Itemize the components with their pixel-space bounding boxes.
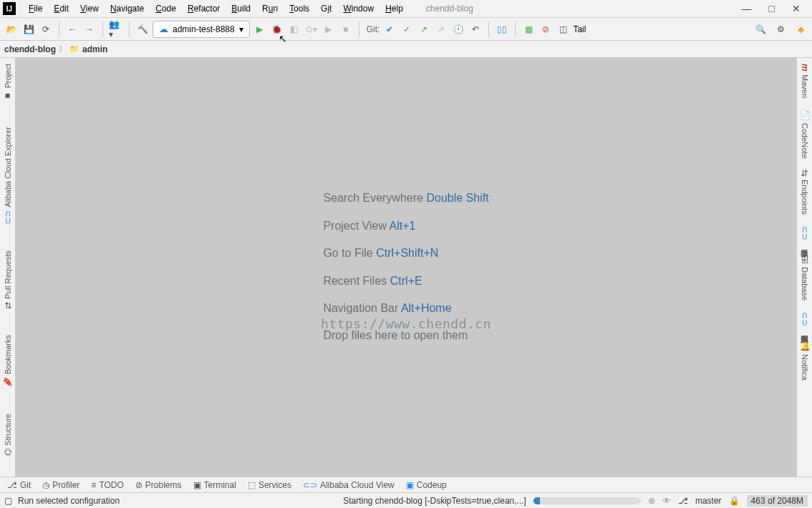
- tab-pull-requests[interactable]: ⇄Pull Requests: [1, 245, 14, 315]
- stop-icon[interactable]: ■: [339, 22, 353, 36]
- menu-edit[interactable]: Edit: [48, 2, 74, 15]
- tab-codenote[interactable]: 📄CodeNote: [798, 104, 811, 165]
- run-icon[interactable]: ▶: [253, 22, 267, 36]
- settings-icon[interactable]: ⚙: [773, 22, 788, 36]
- folder-icon: 📁: [69, 44, 79, 54]
- menu-window[interactable]: Window: [337, 2, 380, 15]
- vcs-pull-icon[interactable]: ↗: [434, 22, 448, 36]
- tab-profiler[interactable]: ◷Profiler: [42, 480, 79, 490]
- menu-refactor[interactable]: Refactor: [182, 2, 226, 15]
- menu-bar: IJ File Edit View Navigate Code Refactor…: [0, 0, 812, 18]
- tab-project[interactable]: ■Project: [1, 58, 14, 107]
- open-icon[interactable]: 📂: [4, 22, 19, 36]
- rollback-icon[interactable]: ↶: [468, 22, 483, 36]
- branch-icon[interactable]: ⎇: [678, 496, 688, 506]
- breadcrumb-root[interactable]: chendd-blog: [4, 44, 56, 54]
- status-hint: Run selected configuration: [18, 496, 120, 506]
- tail-icon[interactable]: ◫: [556, 22, 570, 36]
- menu-git[interactable]: Git: [315, 2, 337, 15]
- debug-icon[interactable]: 🐞: [270, 22, 284, 36]
- tab-alibaba-cloud-view[interactable]: ⊂⊃Alibaba Cloud View: [303, 480, 395, 490]
- tab-codeup[interactable]: ▣Codeup: [406, 480, 447, 490]
- hammer-icon[interactable]: 🔨: [135, 22, 150, 36]
- left-tool-strip: ■Project ⊂⊃Alibaba Cloud Explorer ⇄Pull …: [0, 58, 16, 477]
- tool1-icon[interactable]: ▯▯: [495, 22, 509, 36]
- tab-terminal[interactable]: ▣Terminal: [193, 480, 236, 490]
- menu-build[interactable]: Build: [226, 2, 256, 15]
- profile-icon[interactable]: ⊙▾: [304, 22, 319, 36]
- forward-icon[interactable]: →: [82, 22, 97, 36]
- vcs-commit-icon[interactable]: ✓: [400, 22, 414, 36]
- coverage-icon[interactable]: ◧: [287, 22, 301, 36]
- tab-structure[interactable]: ⌬Structure: [1, 408, 14, 461]
- lock-icon[interactable]: 🔒: [729, 496, 740, 506]
- memory-indicator[interactable]: 463 of 2048M: [747, 495, 808, 507]
- run-config-dropdown[interactable]: ☁ admin-test-8888 ▾: [153, 21, 250, 38]
- tail-label[interactable]: Tail: [573, 24, 586, 34]
- vcs-update-icon[interactable]: ✔: [382, 22, 397, 36]
- window-minimize[interactable]: —: [742, 3, 752, 14]
- tab-microservice[interactable]: ⊂⊃微服务: [798, 220, 811, 249]
- tab-problems[interactable]: ⊘Problems: [135, 480, 182, 490]
- breadcrumb-sep: 〉: [59, 44, 67, 54]
- search-icon[interactable]: 🔍: [753, 22, 768, 36]
- window-close[interactable]: ✕: [792, 3, 801, 14]
- tab-git[interactable]: ⎇Git: [7, 480, 31, 490]
- status-bar: ▢ Run selected configuration Starting ch…: [0, 492, 812, 508]
- progress-bar[interactable]: [533, 497, 641, 504]
- run-config-label: admin-test-8888: [173, 24, 235, 34]
- vcs-push-icon[interactable]: ↗: [417, 22, 431, 36]
- right-tool-strip: mMaven 📄CodeNote ⇆Endpoints ⊂⊃微服务 🗄Datab…: [796, 58, 812, 477]
- menu-run[interactable]: Run: [256, 2, 284, 15]
- attach-icon[interactable]: ▶: [322, 22, 336, 36]
- tab-bookmarks[interactable]: 🔖Bookmarks: [1, 329, 14, 394]
- menu-view[interactable]: View: [74, 2, 105, 15]
- users-icon[interactable]: 👥▾: [109, 22, 123, 36]
- git-label: Git:: [367, 24, 380, 34]
- bottom-tool-strip: ⎇Git ◷Profiler ≡TODO ⊘Problems ▣Terminal…: [0, 477, 812, 492]
- tab-endpoints[interactable]: ⇆Endpoints: [798, 164, 811, 220]
- menu-file[interactable]: File: [23, 2, 48, 15]
- main-toolbar: 📂 💾 ⟳ ← → 👥▾ 🔨 ☁ admin-test-8888 ▾ ▶ 🐞 ◧…: [0, 18, 812, 41]
- candy-icon[interactable]: ◆: [793, 22, 808, 36]
- tab-database[interactable]: 🗄Database: [798, 249, 811, 306]
- editor-empty-area: Search Everywhere Double Shift Project V…: [16, 58, 796, 477]
- project-name: chendd-blog: [426, 4, 473, 14]
- block-icon[interactable]: ⊘: [538, 22, 553, 36]
- tab-observer[interactable]: ⊂⊃应用观测器: [798, 306, 811, 335]
- watermark: https://www.chendd.cn: [321, 316, 491, 331]
- refresh-icon[interactable]: ⟳: [39, 22, 53, 36]
- back-icon[interactable]: ←: [65, 22, 79, 36]
- window-maximize[interactable]: □: [769, 3, 775, 14]
- tab-alibaba-cloud-explorer[interactable]: ⊂⊃Alibaba Cloud Explorer: [1, 121, 14, 230]
- menu-code[interactable]: Code: [150, 2, 182, 15]
- app-icon: IJ: [3, 2, 16, 15]
- tab-services[interactable]: ⬚Services: [248, 480, 291, 490]
- breadcrumb-child[interactable]: admin: [82, 44, 107, 54]
- menu-navigate[interactable]: Navigate: [105, 2, 150, 15]
- tab-notifications[interactable]: 🔔Notifica: [798, 335, 811, 386]
- status-task: Starting chendd-blog [-DskipTests=true,c…: [343, 496, 526, 506]
- history-icon[interactable]: 🕘: [451, 22, 465, 36]
- cancel-task-icon[interactable]: ⊗: [648, 496, 655, 506]
- tab-maven[interactable]: mMaven: [798, 58, 811, 104]
- menu-tools[interactable]: Tools: [284, 2, 315, 15]
- status-icon[interactable]: ▢: [4, 496, 12, 506]
- menu-help[interactable]: Help: [380, 2, 409, 15]
- breadcrumb: chendd-blog 〉 📁 admin: [0, 41, 812, 58]
- chevron-down-icon: ▾: [239, 24, 243, 34]
- save-icon[interactable]: 💾: [21, 22, 36, 36]
- tab-todo[interactable]: ≡TODO: [91, 480, 123, 490]
- background-task-icon[interactable]: 👁: [662, 496, 671, 506]
- cloud-icon: ☁: [159, 24, 168, 34]
- tool2-icon[interactable]: ▦: [521, 22, 536, 36]
- branch-name[interactable]: master: [695, 496, 722, 506]
